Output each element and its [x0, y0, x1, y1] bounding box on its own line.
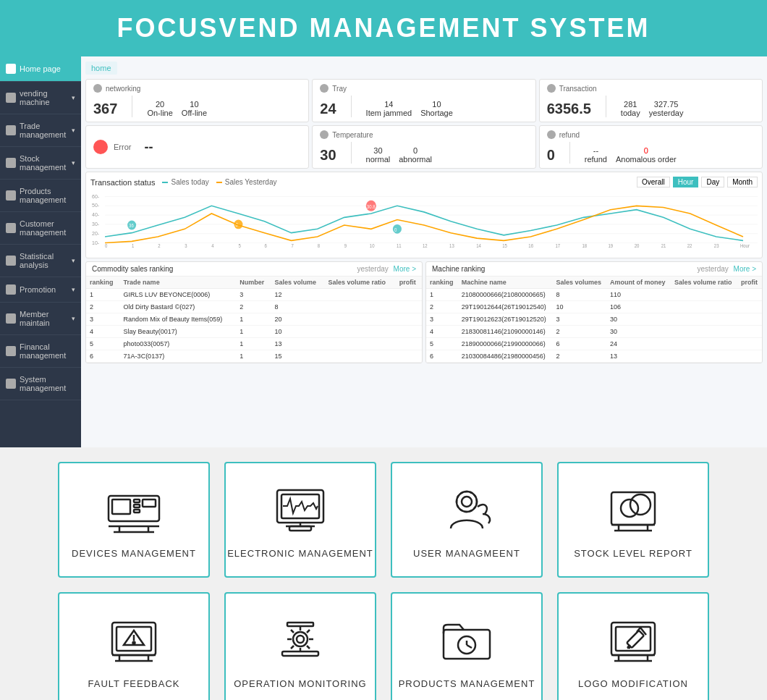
chart-title: Transaction status: [90, 178, 155, 187]
svg-text:3: 3: [185, 243, 187, 248]
refund-label: refund: [559, 131, 580, 139]
stat-refund: refund 0 -- refund 0 Anomalous order: [539, 125, 763, 169]
svg-rect-46: [112, 499, 130, 514]
sidebar-label-finance: Financal management: [20, 342, 75, 360]
icon-cards-row-2: FAULT FEEDBACK OPERATION MONIT: [58, 592, 709, 700]
col-sales-ratio: Sales volume ratio: [325, 277, 396, 289]
machine-more-link[interactable]: More >: [734, 265, 756, 273]
svg-point-74: [133, 641, 135, 644]
member-icon: [6, 313, 16, 324]
networking-label: networking: [106, 85, 140, 93]
chevron-icon: ▾: [72, 286, 75, 293]
chart-btn-hour[interactable]: Hour: [673, 177, 699, 187]
user-mgmt-icon: [438, 481, 496, 539]
col-number: Number: [236, 277, 271, 289]
sidebar-item-products[interactable]: Products management: [0, 180, 81, 212]
fault-feedback-card[interactable]: FAULT FEEDBACK: [58, 592, 210, 700]
temp-abnormal: 0 abnormal: [399, 146, 432, 164]
table-row: 5photo033(0057)113: [86, 338, 422, 350]
svg-rect-59: [289, 526, 311, 531]
svg-text:12: 12: [423, 243, 428, 248]
svg-rect-89: [282, 651, 318, 656]
mcol-machine-name: Machine name: [458, 277, 553, 289]
electronic-icon: [271, 481, 329, 539]
logo-mod-icon: [604, 612, 662, 670]
user-management-card[interactable]: USER MANAGMEENT: [391, 462, 543, 578]
networking-icon: [93, 84, 102, 93]
products-mgmt-icon: [438, 612, 496, 670]
tray-main: 24: [320, 101, 336, 117]
svg-text:0: 0: [394, 227, 397, 232]
sidebar-item-trade[interactable]: Trade management ▾: [0, 114, 81, 147]
fault-icon: [105, 612, 163, 670]
svg-text:6: 6: [265, 243, 268, 248]
mcol-ratio: Sales volume ratio: [671, 277, 737, 289]
commodity-title: Commodity sales ranking: [92, 265, 173, 273]
logo-mod-label: LOGO MODIFICATION: [578, 678, 688, 689]
svg-text:5: 5: [238, 243, 241, 248]
sidebar-item-system[interactable]: System management: [0, 368, 81, 400]
fault-label: FAULT FEEDBACK: [88, 678, 180, 689]
chart-btn-day[interactable]: Day: [701, 177, 724, 187]
legend-yesterday: Sales Yesterday: [216, 178, 277, 186]
trade-icon: [6, 125, 16, 135]
svg-line-94: [467, 645, 472, 648]
svg-text:10-: 10-: [92, 239, 100, 245]
svg-point-61: [462, 497, 472, 507]
sidebar-item-finance[interactable]: Financal management: [0, 335, 81, 368]
svg-text:2: 2: [158, 243, 161, 248]
tray-label: Tray: [332, 85, 347, 93]
sidebar-item-customer[interactable]: Customer management: [0, 212, 81, 245]
sidebar-label-system: System management: [20, 375, 75, 392]
sidebar-item-promo[interactable]: Promotion ▾: [0, 277, 81, 303]
chevron-icon: ▾: [72, 257, 75, 264]
svg-text:23: 23: [714, 243, 719, 248]
sidebar-label-products: Products management: [20, 187, 75, 204]
logo-modification-card[interactable]: LOGO MODIFICATION: [557, 592, 709, 700]
sidebar: Home page vending machine ▾ Trade manage…: [0, 56, 81, 447]
mcol-profit: profit: [737, 277, 762, 289]
table-row: 521890000066(21990000066)624: [426, 338, 762, 350]
operation-monitoring-card[interactable]: OPERATION MONITORING: [224, 592, 376, 700]
products-mgmt-label: PRODUCTS MANAGEMENT: [399, 678, 535, 689]
products-management-card[interactable]: PRODUCTS MANAGEMENT: [391, 592, 543, 700]
stat-tray: Tray 24 14 Item jammed 10 Shortage: [312, 79, 535, 122]
temp-label: Temperature: [332, 131, 373, 139]
sidebar-label-customer: Customer management: [20, 219, 75, 237]
svg-rect-90: [287, 623, 313, 626]
electronic-label: ELECTRONIC MANAGEMENT: [227, 548, 373, 559]
sidebar-item-stats[interactable]: Statistical analysis ▾: [0, 245, 81, 277]
commodity-more-link[interactable]: More >: [394, 265, 416, 273]
tables-row: Commodity sales ranking yesterday More >…: [85, 261, 763, 363]
devices-management-card[interactable]: DEVICES MANAGEMENT: [58, 462, 210, 578]
operation-icon: [271, 612, 329, 670]
svg-text:0: 0: [105, 243, 108, 248]
sidebar-item-home[interactable]: Home page: [0, 56, 81, 82]
sidebar-item-member[interactable]: Member maintain ▾: [0, 303, 81, 335]
svg-point-79: [293, 632, 308, 646]
svg-text:8: 8: [318, 243, 321, 248]
transaction-today: 281 today: [621, 100, 640, 117]
dashboard: home networking 367 20 On-line: [81, 56, 767, 447]
stock-report-icon: [604, 481, 662, 539]
svg-text:21: 21: [661, 243, 666, 248]
devices-icon: [105, 481, 163, 539]
chevron-icon: ▾: [72, 127, 75, 134]
sidebar-item-vending[interactable]: vending machine ▾: [0, 82, 81, 114]
sidebar-item-stock[interactable]: Stock management ▾: [0, 147, 81, 180]
svg-line-100: [630, 645, 630, 648]
chart-area: Transaction status Sales today Sales Yes…: [85, 172, 763, 258]
chart-btn-overall[interactable]: Overall: [637, 177, 670, 187]
chart-btn-month[interactable]: Month: [727, 177, 758, 187]
electronic-management-card[interactable]: ELECTRONIC MANAGEMENT: [224, 462, 376, 578]
svg-text:10: 10: [370, 243, 375, 248]
stock-level-report-card[interactable]: STOCK LEVEL REPORT: [557, 462, 709, 578]
machine-icon: [6, 93, 16, 103]
svg-line-85: [291, 630, 294, 633]
temp-icon: [320, 130, 329, 139]
error-value: --: [144, 140, 153, 155]
svg-point-80: [297, 636, 304, 643]
stats-row-1: networking 367 20 On-line 10 Off-line: [85, 79, 763, 122]
machine-table: ranking Machine name Sales volumes Amoun…: [426, 277, 762, 363]
transaction-label: Transaction: [559, 85, 597, 93]
